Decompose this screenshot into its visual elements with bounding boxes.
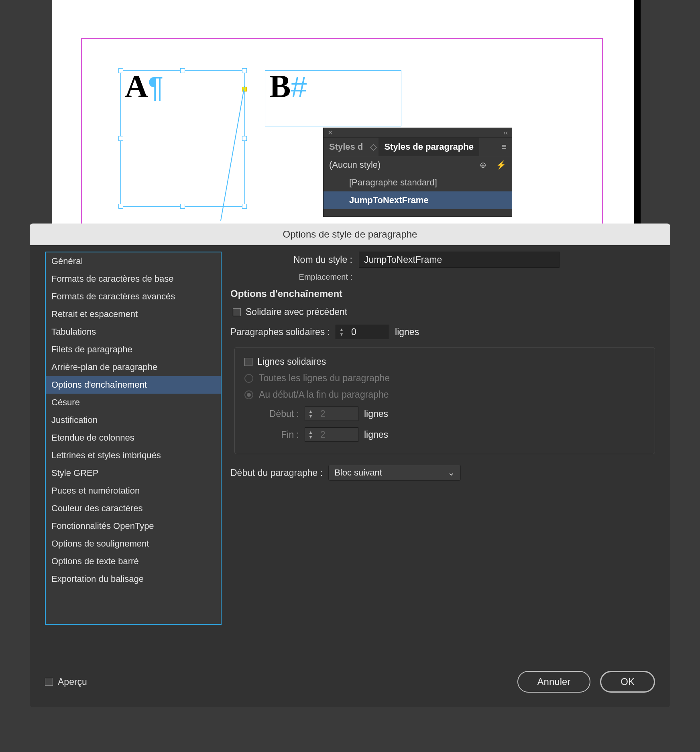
chevron-up-icon: ▲	[309, 409, 313, 414]
resize-handle[interactable]	[242, 136, 247, 141]
keep-lines-group: Lignes solidaires Toutes les lignes du p…	[234, 347, 655, 454]
start-lines-label: Début :	[256, 409, 305, 419]
keep-with-previous-label: Solidaire avec précédent	[246, 307, 347, 317]
section-heading: Options d'enchaînement	[230, 288, 655, 299]
sidebar-item-export[interactable]: Exportation du balisage	[46, 570, 221, 588]
sidebar-item-drop-caps[interactable]: Lettrines et styles imbriqués	[46, 447, 221, 464]
ok-button[interactable]: OK	[600, 671, 655, 693]
tab-paragraph-styles[interactable]: Styles de paragraphe	[378, 138, 479, 156]
cancel-button[interactable]: Annuler	[517, 671, 591, 693]
close-icon[interactable]: ✕	[328, 129, 333, 136]
chevron-up-icon[interactable]: ▲	[340, 327, 344, 332]
chevron-down-icon: ▼	[309, 435, 313, 439]
paragraph-style-options-dialog: Options de style de paragraphe Général F…	[30, 224, 670, 707]
lines-label: lignes	[395, 327, 419, 337]
sidebar-item-char-color[interactable]: Couleur des caractères	[46, 500, 221, 517]
keep-lines-label: Lignes solidaires	[257, 356, 326, 367]
sidebar-item-bullets[interactable]: Puces et numérotation	[46, 482, 221, 500]
end-of-story-icon: #	[291, 71, 307, 103]
chevron-down-icon[interactable]: ▼	[340, 332, 344, 337]
style-row-standard[interactable]: [Paragraphe standard]	[324, 174, 512, 191]
sidebar-item-indents[interactable]: Retrait et espacement	[46, 305, 221, 323]
resize-handle[interactable]	[118, 68, 123, 73]
paragraph-styles-panel[interactable]: ✕ ‹‹ Styles d ◇ Styles de paragraphe ≡ (…	[323, 128, 512, 217]
start-end-radio[interactable]	[244, 390, 253, 399]
start-paragraph-select[interactable]: Bloc suivant ⌄	[328, 465, 461, 481]
sidebar-item-tabs[interactable]: Tabulations	[46, 323, 221, 341]
resize-handle[interactable]	[118, 136, 123, 141]
keep-with-next-label: Paragraphes solidaires :	[230, 327, 336, 337]
tab-scroll-icon[interactable]: ◇	[370, 142, 377, 152]
keep-with-previous-checkbox[interactable]	[233, 308, 241, 316]
preview-checkbox[interactable]	[45, 678, 53, 686]
start-end-label: Au début/A la fin du paragraphe	[259, 389, 389, 400]
keep-with-next-stepper[interactable]: ▲▼ 0	[336, 325, 389, 339]
panel-spacer	[324, 209, 512, 216]
frame-b-text: B#	[269, 68, 307, 105]
end-lines-stepper: ▲▼ 2	[305, 427, 358, 442]
style-row-jumptonextframe[interactable]: JumpToNextFrame	[324, 191, 512, 209]
start-lines-stepper: ▲▼ 2	[305, 406, 358, 421]
quick-apply-icon[interactable]: ⚡	[496, 161, 506, 169]
sidebar-item-rules[interactable]: Filets de paragraphe	[46, 341, 221, 358]
style-name-input[interactable]	[359, 252, 560, 268]
style-row-none[interactable]: (Aucun style) ⊕ ⚡	[324, 156, 512, 174]
sidebar-item-shading[interactable]: Arrière-plan de paragraphe	[46, 358, 221, 376]
dialog-category-list: Général Formats de caractères de base Fo…	[45, 252, 222, 625]
frame-a-text: A¶	[125, 68, 163, 105]
sidebar-item-strike[interactable]: Options de texte barré	[46, 553, 221, 570]
sidebar-item-keep-options[interactable]: Options d'enchaînement	[46, 376, 221, 394]
chevron-up-icon: ▲	[309, 430, 313, 435]
all-lines-radio[interactable]	[244, 374, 253, 383]
sidebar-item-general[interactable]: Général	[46, 252, 221, 270]
all-lines-label: Toutes les lignes du paragraphe	[259, 373, 390, 384]
tab-char-styles[interactable]: Styles d	[324, 138, 368, 156]
lines-label: lignes	[364, 429, 388, 440]
chevron-down-icon: ⌄	[448, 467, 455, 478]
start-paragraph-label: Début du paragraphe :	[230, 467, 328, 478]
sidebar-item-hyphenation[interactable]: Césure	[46, 394, 221, 411]
preview-label: Aperçu	[58, 677, 87, 687]
collapse-icon[interactable]: ‹‹	[503, 129, 508, 136]
resize-handle[interactable]	[180, 204, 185, 209]
sidebar-item-justification[interactable]: Justification	[46, 411, 221, 429]
location-label: Emplacement :	[230, 272, 359, 282]
lines-label: lignes	[364, 409, 388, 419]
resize-handle[interactable]	[118, 204, 123, 209]
resize-handle[interactable]	[242, 68, 247, 73]
sidebar-item-grep[interactable]: Style GREP	[46, 464, 221, 482]
dialog-form: Nom du style : Emplacement : Options d'e…	[230, 252, 655, 486]
pilcrow-icon: ¶	[148, 71, 164, 103]
chevron-down-icon: ▼	[309, 414, 313, 419]
page-shadow	[634, 0, 641, 225]
sidebar-item-span-columns[interactable]: Etendue de colonnes	[46, 429, 221, 447]
sidebar-item-adv-char[interactable]: Formats de caractères avancés	[46, 288, 221, 305]
style-name-label: Nom du style :	[230, 254, 359, 265]
keep-lines-checkbox[interactable]	[244, 358, 252, 366]
dialog-title: Options de style de paragraphe	[30, 224, 670, 245]
resize-handle[interactable]	[242, 204, 247, 209]
panel-menu-icon[interactable]: ≡	[501, 142, 507, 152]
dialog-footer: Aperçu Annuler OK	[45, 671, 655, 693]
end-lines-label: Fin :	[256, 429, 305, 440]
sidebar-item-basic-char[interactable]: Formats de caractères de base	[46, 270, 221, 288]
resize-handle[interactable]	[180, 68, 185, 73]
new-style-icon[interactable]: ⊕	[480, 161, 486, 169]
sidebar-item-underline[interactable]: Options de soulignement	[46, 535, 221, 553]
sidebar-item-opentype[interactable]: Fonctionnalités OpenType	[46, 517, 221, 535]
text-frame-b[interactable]: B#	[265, 70, 401, 126]
